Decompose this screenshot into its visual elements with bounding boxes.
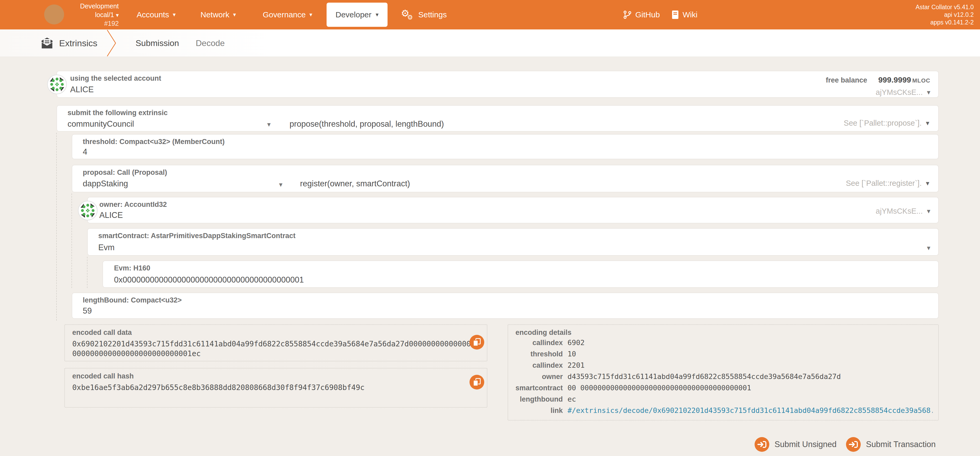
extrinsic-select-card: submit the following extrinsic community… [56,105,939,132]
proposal-method-doc[interactable]: See [`Pallet::register`]. ▾ [846,179,929,188]
section-divider-chevron [106,29,117,57]
encoded-call-hash-label: encoded call hash [72,372,134,380]
chevron-down-icon: ▾ [926,179,929,187]
copy-call-data-button[interactable] [469,335,484,349]
encoding-row: owner d43593c715fdd31c61141abd04a99fd682… [508,372,938,384]
encoding-details-title: encoding details [515,328,571,337]
sign-in-icon [846,437,861,452]
gears-icon: ⚙ ⚙ [401,7,415,22]
balance-unit: MLOC [912,77,930,84]
account-identicon[interactable] [47,74,67,94]
chain-best-block: #192 [63,19,119,28]
param-lengthbound-input[interactable]: 59 [83,306,92,316]
method-select[interactable]: propose(threshold, proposal, lengthBound… [290,119,444,129]
copy-icon [469,335,484,349]
chevron-down-icon: ▾ [376,12,379,18]
decode-link[interactable]: #/extrinsics/decode/0x6902102201d43593c7… [568,406,933,415]
git-branch-icon [623,10,632,19]
tab-submission[interactable]: Submission [135,29,179,57]
encoding-details-box: encoding details callindex 6902 threshol… [508,324,939,421]
chevron-down-icon[interactable]: ▾ [267,120,270,129]
owner-address[interactable]: ajYMsCKsE... ▾ [876,206,930,216]
chain-logo[interactable] [44,5,64,24]
param-smartcontract-select[interactable]: Evm [98,243,115,252]
chevron-down-icon: ▾ [926,119,929,127]
chevron-down-icon: ▾ [116,12,119,18]
nav-accounts[interactable]: Accounts ▾ [137,0,175,29]
param-threshold-input[interactable]: 4 [83,147,87,157]
account-select-label: using the selected account [70,74,161,83]
api-version: api v12.0.2 [916,11,974,19]
chevron-down-icon[interactable]: ▾ [927,244,930,252]
param-owner-label: owner: AccountId32 [99,201,167,209]
owner-address-short: ajYMsCKsE... [876,206,923,216]
chevron-down-icon[interactable]: ▾ [927,87,930,97]
indent-guide [87,257,88,288]
param-owner[interactable]: owner: AccountId32 ALICE ajYMsCKsE... ▾ [87,197,939,223]
param-smartcontract: smartContract: AstarPrimitivesDappStakin… [87,228,939,256]
encoding-link-row: link #/extrinsics/decode/0x6902102201d43… [508,406,938,418]
indent-guide [56,133,57,320]
chevron-down-icon: ▾ [309,12,312,18]
section-title-label: Extrinsics [59,38,97,48]
param-evm: Evm: H160 0x0000000000000000000000000000… [102,260,939,288]
wiki-link[interactable]: Wiki [671,0,698,29]
encoded-call-hash-value: 0xbe16ae5f3ab6a2d297b655c8e8b36888dd8208… [72,383,479,392]
chevron-down-icon: ▾ [927,206,930,216]
chain-name: Development [63,2,119,11]
chevron-down-icon[interactable]: ▾ [279,180,282,189]
copy-call-hash-button[interactable] [469,375,484,389]
param-smartcontract-label: smartContract: AstarPrimitivesDappStakin… [98,232,296,240]
apps-version: apps v0.141.2-2 [916,19,974,26]
book-icon [671,10,679,19]
param-evm-input[interactable]: 0x00000000000000000000000000000000000000… [114,275,304,285]
owner-identicon[interactable] [78,201,98,220]
param-proposal: proposal: Call (Proposal) dappStaking ▾ … [72,165,939,192]
param-proposal-label: proposal: Call (Proposal) [83,169,167,177]
account-address-short: ajYMsCKsE... [876,87,923,97]
param-owner-value[interactable]: ALICE [99,210,123,220]
account-name[interactable]: ALICE [70,85,94,94]
encoded-call-data-box: encoded call data 0x6902102201d43593c715… [64,324,487,361]
encoding-row: callindex 6902 [508,338,938,350]
method-doc[interactable]: See [`Pallet::propose`]. ▾ [844,119,929,128]
chevron-down-icon: ▾ [173,12,175,18]
chain-endpoint[interactable]: local/1 ▾ [63,11,119,19]
proposal-method-select[interactable]: register(owner, smartContract) [300,179,410,188]
encoded-call-data-value: 0x6902102201d43593c715fdd31c61141abd04a9… [72,339,479,359]
encoding-row: threshold 10 [508,350,938,361]
chevron-down-icon: ▾ [233,12,236,18]
nav-governance[interactable]: Governance ▾ [263,0,312,29]
copy-icon [469,375,484,389]
section-title-extrinsics: Extrinsics [41,29,97,57]
encoding-row: callindex 2201 [508,361,938,372]
submit-transaction-button[interactable]: Submit Transaction [846,437,935,452]
tab-bar: Extrinsics Submission Decode [0,29,980,57]
proposal-pallet-select[interactable]: dappStaking [83,179,128,188]
param-threshold-label: threshold: Compact<u32> (MemberCount) [83,138,224,146]
version-info: Astar Collator v5.41.0 api v12.0.2 apps … [916,3,974,26]
encoded-call-hash-box: encoded call hash 0xbe16ae5f3ab6a2d297b6… [64,368,487,408]
encoding-row: smartcontract 00 00000000000000000000000… [508,384,938,395]
github-link[interactable]: GitHub [623,0,660,29]
top-menu-bar: Development local/1 ▾ #192 Accounts ▾ Ne… [0,0,980,29]
chain-info[interactable]: Development local/1 ▾ #192 [63,2,119,28]
param-lengthbound: lengthBound: Compact<u32> 59 [72,293,939,319]
envelope-icon [41,37,53,49]
param-lengthbound-label: lengthBound: Compact<u32> [83,296,182,305]
free-balance-value: 999.9999 [878,75,911,84]
nav-developer-active[interactable]: Developer ▾ [326,3,388,27]
encoding-row: lengthbound ec [508,395,938,406]
indent-guide [72,193,72,288]
encoded-call-data-label: encoded call data [72,328,132,337]
tab-decode[interactable]: Decode [196,29,224,57]
param-evm-label: Evm: H160 [114,264,150,272]
account-select-card[interactable]: using the selected account ALICE free ba… [56,71,939,98]
pallet-select[interactable]: communityCouncil [67,119,134,129]
node-version: Astar Collator v5.41.0 [916,3,974,11]
nav-settings[interactable]: ⚙ ⚙ Settings [401,0,447,29]
param-threshold: threshold: Compact<u32> (MemberCount) 4 [72,134,939,159]
sign-in-icon [754,437,769,452]
submit-unsigned-button[interactable]: Submit Unsigned [754,437,837,452]
nav-network[interactable]: Network ▾ [200,0,236,29]
